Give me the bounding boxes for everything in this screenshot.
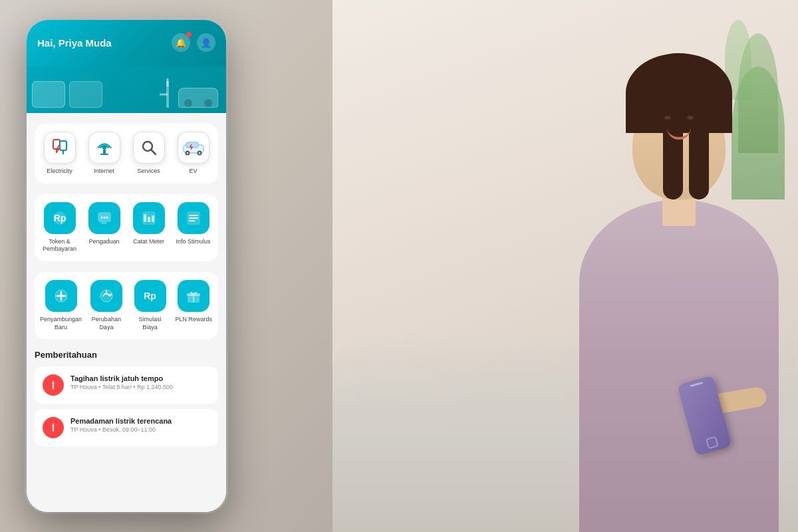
notif-2-icon	[43, 417, 64, 438]
app-header: Hai, Priya Muda 🔔 👤	[27, 20, 226, 113]
simulasi-rp-text: Rp	[144, 291, 156, 301]
notif-2-content: Pemadaman listrik terencana TP Houva • B…	[70, 417, 172, 433]
phone-mockup: Hai, Priya Muda 🔔 👤	[27, 20, 226, 512]
info-stimulus-svg-icon	[185, 209, 202, 227]
service-info-stimulus[interactable]: Info Stimulus	[174, 202, 213, 253]
internet-label: Internet	[94, 168, 114, 176]
service-catat-meter[interactable]: Catat Meter	[129, 202, 168, 253]
simulasi-label: Simulasi Biaya	[131, 316, 170, 331]
teal-services-grid-2: Penyambungan Baru Perubahan Daya Rp	[35, 272, 218, 339]
pengaduan-label: Pengaduan	[88, 238, 119, 246]
info-stimulus-icon-container	[178, 202, 209, 234]
service-perubahan[interactable]: Perubahan Daya	[87, 280, 126, 331]
notification-button[interactable]: 🔔	[172, 33, 190, 52]
pengaduan-icon-container	[88, 202, 120, 234]
service-simulasi[interactable]: Rp Simulasi Biaya	[131, 280, 170, 331]
notification-card-2[interactable]: Pemadaman listrik terencana TP Houva • B…	[35, 409, 218, 446]
service-internet[interactable]: Internet	[84, 132, 124, 176]
perubahan-svg-icon	[98, 287, 115, 305]
internet-svg-icon	[95, 138, 114, 157]
svg-line-8	[151, 150, 156, 154]
service-ev[interactable]: EV	[174, 132, 213, 176]
svg-point-12	[186, 152, 188, 154]
catat-meter-svg-icon	[140, 209, 158, 227]
svg-rect-24	[152, 215, 154, 222]
info-stimulus-label: Info Stimulus	[176, 238, 210, 246]
token-svg-icon: Rp	[51, 209, 68, 227]
notification-badge	[186, 32, 192, 37]
svg-rect-0	[53, 140, 60, 149]
profile-icon: 👤	[201, 38, 211, 48]
ev-icon-container	[178, 132, 209, 164]
notif-2-title: Pemadaman listrik terencana	[70, 417, 172, 425]
pengaduan-svg-icon	[96, 209, 113, 227]
perubahan-icon-container	[90, 280, 122, 312]
svg-text:Rp: Rp	[53, 213, 66, 223]
notif-1-title: Tagihan listrik jatuh tempo	[70, 374, 173, 382]
svg-rect-1	[60, 141, 66, 150]
pemberitahuan-title: Pemberitahuan	[35, 350, 218, 360]
svg-rect-6	[100, 154, 108, 155]
svg-point-14	[198, 152, 200, 154]
penyambungan-label: Penyambungan Baru	[40, 316, 82, 331]
svg-point-19	[103, 216, 105, 218]
service-penyambungan[interactable]: Penyambungan Baru	[40, 280, 82, 331]
catat-meter-icon-container	[133, 202, 165, 234]
svg-point-20	[106, 216, 108, 218]
internet-icon-container	[88, 132, 120, 164]
services-svg-icon	[140, 138, 158, 157]
token-label: Token & Pembayaran	[43, 238, 76, 253]
electricity-icon-container	[44, 132, 76, 164]
penyambungan-svg-icon	[53, 287, 70, 305]
catat-meter-label: Catat Meter	[133, 238, 164, 246]
service-pln-rewards[interactable]: PLN Rewards	[174, 280, 213, 331]
services-label: Services	[137, 168, 160, 176]
svg-rect-23	[148, 217, 150, 222]
pln-rewards-svg-icon	[185, 287, 202, 305]
header-top: Hai, Priya Muda 🔔 👤	[37, 33, 215, 52]
notif-1-icon	[43, 374, 64, 396]
pemberitahuan-section: Pemberitahuan Tagihan listrik jatuh temp…	[35, 350, 218, 446]
simulasi-icon-container: Rp	[134, 280, 166, 312]
electricity-label: Electricity	[47, 168, 72, 176]
pln-rewards-icon-container	[178, 280, 209, 312]
token-icon-container: Rp	[44, 202, 76, 234]
woman-photo	[332, 0, 798, 532]
header-icons: 🔔 👤	[172, 33, 215, 52]
penyambungan-icon-container	[45, 280, 77, 312]
notification-card-1[interactable]: Tagihan listrik jatuh tempo TP Houva • T…	[35, 366, 218, 404]
service-pengaduan[interactable]: Pengaduan	[84, 202, 124, 253]
notif-1-content: Tagihan listrik jatuh tempo TP Houva • T…	[70, 374, 173, 390]
main-services-grid: Electricity Internet	[35, 124, 218, 184]
services-icon-container	[133, 132, 165, 164]
service-token[interactable]: Rp Token & Pembayaran	[40, 202, 79, 253]
app-content[interactable]: Electricity Internet	[27, 113, 226, 512]
svg-point-18	[100, 216, 102, 218]
greeting-text: Hai, Priya Muda	[37, 37, 112, 49]
ev-svg-icon	[182, 138, 205, 157]
electricity-svg-icon	[51, 138, 69, 157]
service-services[interactable]: Services	[129, 132, 168, 176]
profile-button[interactable]: 👤	[197, 33, 215, 52]
notif-2-subtitle: TP Houva • Besok, 09:00–11:00	[70, 426, 172, 433]
header-banner	[27, 66, 226, 113]
service-electricity[interactable]: Electricity	[40, 132, 79, 176]
notif-1-subtitle: TP Houva • Telat 8 hari • Rp 1.240.500	[70, 384, 173, 390]
svg-rect-22	[144, 214, 146, 222]
bell-icon: 🔔	[176, 38, 186, 48]
teal-services-grid-1: Rp Token & Pembayaran Pengaduan	[35, 194, 218, 261]
ev-label: EV	[189, 168, 197, 176]
pln-rewards-label: PLN Rewards	[175, 316, 212, 324]
perubahan-label: Perubahan Daya	[87, 316, 126, 331]
